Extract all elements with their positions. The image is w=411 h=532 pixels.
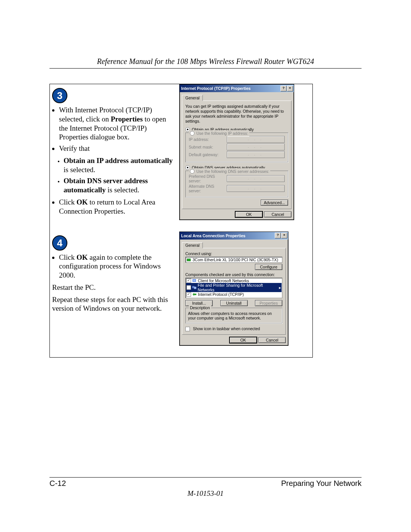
ok-button[interactable]: OK: [229, 337, 257, 343]
show-icon-label: Show icon in taskbar when connected: [193, 326, 260, 331]
uninstall-button[interactable]: Uninstall: [220, 300, 248, 306]
cancel-button[interactable]: Cancel: [264, 211, 292, 217]
text: is selected.: [106, 186, 139, 194]
step4-bullet: Click OK again to complete the configura…: [59, 253, 175, 280]
list-item-file-printer-sharing[interactable]: File and Printer Sharing for Microsoft N…: [186, 283, 282, 292]
pref-dns-field[interactable]: . . .: [227, 175, 285, 182]
step3-bullet-3: Click OK to return to Local Area Connect…: [59, 198, 175, 216]
tab-general[interactable]: General: [182, 242, 203, 248]
svg-rect-3: [193, 280, 196, 281]
cursor-icon: ▸: [279, 285, 281, 290]
step4-restart: Restart the PC.: [52, 283, 175, 292]
list-item-client[interactable]: Client for Microsoft Networks: [186, 278, 282, 283]
description-text: Allows other computers to access resourc…: [188, 311, 272, 321]
step3-sub-1: Obtain an IP address automatically is se…: [64, 156, 175, 174]
adapter-name: 3Com EtherLink XL 10/100 PCI NIC (3C905-…: [193, 257, 278, 262]
svg-rect-5: [194, 287, 196, 289]
instruction-figure: 3 With Internet Protocol (TCP/IP) select…: [49, 84, 313, 358]
pref-dns-label: Preferred DNS server:: [189, 174, 227, 183]
footer-section-title: Preparing Your Network: [281, 479, 362, 488]
text: is selected.: [64, 166, 95, 174]
connect-using-label: Connect using:: [185, 251, 282, 256]
description-group: Description Allows other computers to ac…: [185, 308, 282, 323]
advanced-button[interactable]: Advanced...: [261, 200, 288, 206]
list-item-label: File and Printer Sharing for Microsoft N…: [198, 283, 279, 292]
protocol-icon: [192, 292, 197, 296]
svg-rect-1: [187, 259, 190, 261]
dialog-title: Internet Protocol (TCP/IP) Properties: [181, 86, 280, 91]
subnet-field[interactable]: . . .: [227, 144, 285, 150]
dialog-description: You can get IP settings assigned automat…: [185, 104, 288, 124]
ip-address-field[interactable]: . . .: [227, 136, 285, 143]
client-icon: [192, 279, 197, 283]
help-icon[interactable]: ?: [280, 86, 287, 91]
alt-dns-label: Alternate DNS server:: [189, 184, 227, 193]
step3-sub-2: Obtain DNS server address automatically …: [64, 176, 175, 195]
list-item-label: Internet Protocol (TCP/IP): [198, 292, 244, 297]
bold-text: Properties: [111, 115, 143, 123]
checkbox-icon[interactable]: [186, 285, 191, 290]
radio-use-following-ip[interactable]: [190, 131, 194, 136]
radio-label: Use the following IP address:: [196, 131, 248, 136]
list-item-label: Client for Microsoft Networks: [198, 278, 249, 283]
nic-icon: [187, 258, 191, 262]
step3-bullet-1: With Internet Protocol (TCP/IP) selected…: [59, 105, 175, 142]
tab-general[interactable]: General: [182, 95, 203, 101]
page-number: C-12: [49, 479, 66, 488]
text: Click: [59, 253, 76, 261]
footer-doc-id: M-10153-01: [49, 489, 362, 498]
description-legend: Description: [189, 305, 211, 310]
components-label: Components checked are used by this conn…: [185, 272, 282, 277]
radio-label: Use the following DNS server addresses:: [196, 169, 269, 174]
sharing-icon: [192, 286, 197, 289]
list-item-tcpip[interactable]: Internet Protocol (TCP/IP): [186, 292, 282, 297]
step3-bullet-2: Verify that: [59, 144, 175, 153]
bold-text: OK: [76, 253, 88, 261]
cancel-button[interactable]: Cancel: [258, 337, 286, 343]
manual-header-title: Reference Manual for the 108 Mbps Wirele…: [49, 57, 362, 66]
checkbox-icon[interactable]: [186, 278, 191, 283]
radio-use-following-dns[interactable]: [190, 169, 194, 174]
lac-properties-dialog: Local Area Connection Properties ? × Gen…: [179, 232, 288, 346]
configure-button[interactable]: Configure: [255, 264, 282, 270]
close-icon[interactable]: ×: [281, 233, 287, 238]
step4-repeat: Repeat these steps for each PC with this…: [52, 295, 175, 313]
gateway-field[interactable]: . . .: [227, 151, 285, 158]
ip-address-label: IP address:: [189, 137, 227, 142]
alt-dns-field[interactable]: . . .: [227, 185, 285, 192]
step-4-badge: 4: [52, 235, 67, 251]
help-icon[interactable]: ?: [275, 233, 281, 238]
text: Click: [59, 198, 76, 206]
show-icon-checkbox[interactable]: [185, 327, 190, 331]
components-listbox[interactable]: Client for Microsoft Networks File and P…: [185, 278, 282, 298]
checkbox-icon[interactable]: [186, 292, 191, 297]
page-footer: C-12 Preparing Your Network M-10153-01: [49, 462, 362, 498]
step-3-badge: 3: [52, 88, 67, 103]
ok-button[interactable]: OK: [235, 211, 263, 217]
properties-button[interactable]: Properties: [255, 300, 282, 306]
header-rule: [49, 68, 362, 69]
gateway-label: Default gateway:: [189, 152, 227, 157]
bold-text: Obtain an IP address automatically: [64, 157, 173, 165]
dialog-title: Local Area Connection Properties: [181, 233, 274, 238]
adapter-field: 3Com EtherLink XL 10/100 PCI NIC (3C905-…: [185, 257, 282, 263]
subnet-label: Subnet mask:: [189, 145, 227, 149]
bold-text: OK: [76, 198, 88, 206]
close-icon[interactable]: ×: [287, 86, 293, 91]
tcpip-properties-dialog: Internet Protocol (TCP/IP) Properties ? …: [179, 84, 294, 220]
